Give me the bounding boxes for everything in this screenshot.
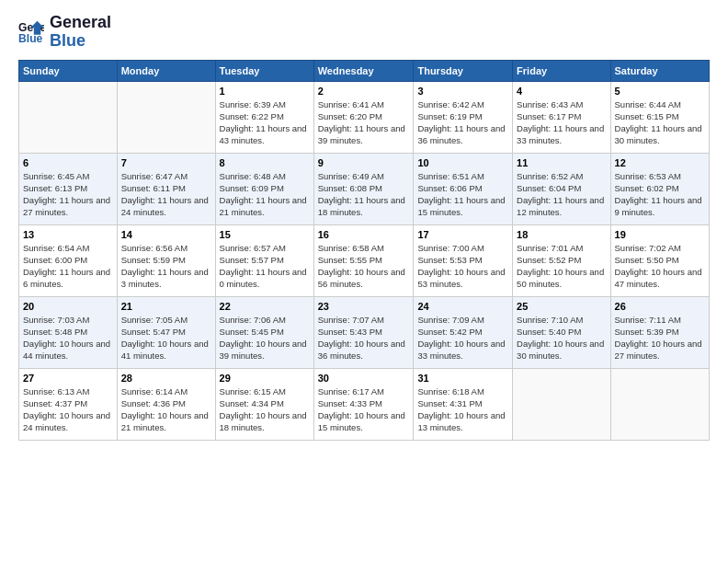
day-info: Sunrise: 6:43 AM Sunset: 6:17 PM Dayligh…	[517, 98, 606, 147]
day-number: 9	[318, 157, 410, 168]
day-info: Sunrise: 6:51 AM Sunset: 6:06 PM Dayligh…	[417, 170, 508, 219]
day-number: 1	[220, 86, 310, 97]
day-number: 15	[220, 229, 310, 240]
day-number: 22	[220, 301, 310, 312]
day-number: 24	[417, 301, 508, 312]
calendar-cell: 1Sunrise: 6:39 AM Sunset: 6:22 PM Daylig…	[215, 81, 313, 153]
logo-text-general: General	[50, 14, 111, 32]
calendar-cell: 21Sunrise: 7:05 AM Sunset: 5:47 PM Dayli…	[117, 296, 215, 368]
calendar-cell: 17Sunrise: 7:00 AM Sunset: 5:53 PM Dayli…	[414, 224, 513, 296]
day-info: Sunrise: 6:44 AM Sunset: 6:15 PM Dayligh…	[615, 98, 705, 147]
header: General Blue General Blue	[18, 14, 710, 51]
day-info: Sunrise: 7:07 AM Sunset: 5:43 PM Dayligh…	[318, 314, 410, 362]
day-number: 21	[121, 301, 211, 312]
day-number: 13	[23, 229, 113, 240]
day-number: 19	[615, 229, 705, 240]
weekday-header: Monday	[117, 60, 215, 81]
calendar-cell: 13Sunrise: 6:54 AM Sunset: 6:00 PM Dayli…	[19, 224, 118, 296]
day-info: Sunrise: 6:14 AM Sunset: 4:36 PM Dayligh…	[121, 385, 211, 434]
calendar-cell: 29Sunrise: 6:15 AM Sunset: 4:34 PM Dayli…	[215, 368, 313, 440]
calendar-cell: 3Sunrise: 6:42 AM Sunset: 6:19 PM Daylig…	[414, 81, 513, 153]
page: General Blue General Blue SundayMondayTu…	[0, 0, 728, 563]
calendar-cell: 31Sunrise: 6:18 AM Sunset: 4:31 PM Dayli…	[414, 368, 513, 440]
day-number: 11	[517, 157, 606, 168]
logo-text-blue: Blue	[50, 32, 111, 51]
day-info: Sunrise: 7:06 AM Sunset: 5:45 PM Dayligh…	[220, 314, 310, 362]
day-number: 31	[417, 373, 508, 384]
calendar-cell: 5Sunrise: 6:44 AM Sunset: 6:15 PM Daylig…	[610, 81, 709, 153]
day-info: Sunrise: 6:39 AM Sunset: 6:22 PM Dayligh…	[220, 98, 310, 147]
logo-icon: General Blue	[18, 19, 44, 45]
day-number: 14	[121, 229, 211, 240]
day-number: 10	[417, 157, 508, 168]
calendar-cell: 10Sunrise: 6:51 AM Sunset: 6:06 PM Dayli…	[414, 153, 513, 224]
day-info: Sunrise: 6:15 AM Sunset: 4:34 PM Dayligh…	[220, 385, 310, 434]
day-info: Sunrise: 7:00 AM Sunset: 5:53 PM Dayligh…	[417, 242, 508, 291]
calendar-cell	[513, 368, 610, 440]
calendar-cell: 25Sunrise: 7:10 AM Sunset: 5:40 PM Dayli…	[513, 296, 610, 368]
calendar-cell: 26Sunrise: 7:11 AM Sunset: 5:39 PM Dayli…	[610, 296, 709, 368]
day-number: 27	[23, 373, 113, 384]
day-info: Sunrise: 6:58 AM Sunset: 5:55 PM Dayligh…	[318, 242, 410, 291]
day-info: Sunrise: 6:13 AM Sunset: 4:37 PM Dayligh…	[23, 385, 113, 434]
calendar-week-row: 27Sunrise: 6:13 AM Sunset: 4:37 PM Dayli…	[19, 368, 710, 440]
weekday-header: Sunday	[19, 60, 118, 81]
day-number: 17	[417, 229, 508, 240]
day-number: 16	[318, 229, 410, 240]
day-number: 26	[615, 301, 705, 312]
calendar-cell: 7Sunrise: 6:47 AM Sunset: 6:11 PM Daylig…	[117, 153, 215, 224]
day-number: 2	[318, 86, 410, 97]
day-info: Sunrise: 7:05 AM Sunset: 5:47 PM Dayligh…	[121, 314, 211, 362]
day-info: Sunrise: 7:10 AM Sunset: 5:40 PM Dayligh…	[517, 314, 606, 362]
calendar-cell	[117, 81, 215, 153]
day-number: 23	[318, 301, 410, 312]
day-info: Sunrise: 6:56 AM Sunset: 5:59 PM Dayligh…	[121, 242, 211, 291]
calendar-cell: 19Sunrise: 7:02 AM Sunset: 5:50 PM Dayli…	[610, 224, 709, 296]
weekday-header: Tuesday	[215, 60, 313, 81]
day-info: Sunrise: 6:18 AM Sunset: 4:31 PM Dayligh…	[417, 385, 508, 434]
calendar-cell: 11Sunrise: 6:52 AM Sunset: 6:04 PM Dayli…	[513, 153, 610, 224]
calendar-cell: 9Sunrise: 6:49 AM Sunset: 6:08 PM Daylig…	[313, 153, 414, 224]
calendar-cell: 4Sunrise: 6:43 AM Sunset: 6:17 PM Daylig…	[513, 81, 610, 153]
calendar-cell: 28Sunrise: 6:14 AM Sunset: 4:36 PM Dayli…	[117, 368, 215, 440]
calendar-header-row: SundayMondayTuesdayWednesdayThursdayFrid…	[19, 60, 710, 81]
day-info: Sunrise: 7:09 AM Sunset: 5:42 PM Dayligh…	[417, 314, 508, 362]
day-number: 8	[220, 157, 310, 168]
calendar-week-row: 1Sunrise: 6:39 AM Sunset: 6:22 PM Daylig…	[19, 81, 710, 153]
day-info: Sunrise: 7:11 AM Sunset: 5:39 PM Dayligh…	[615, 314, 705, 362]
calendar-cell: 30Sunrise: 6:17 AM Sunset: 4:33 PM Dayli…	[313, 368, 414, 440]
day-info: Sunrise: 6:52 AM Sunset: 6:04 PM Dayligh…	[517, 170, 606, 219]
day-info: Sunrise: 7:03 AM Sunset: 5:48 PM Dayligh…	[23, 314, 113, 362]
calendar-cell: 27Sunrise: 6:13 AM Sunset: 4:37 PM Dayli…	[19, 368, 118, 440]
weekday-header: Thursday	[414, 60, 513, 81]
day-info: Sunrise: 6:48 AM Sunset: 6:09 PM Dayligh…	[220, 170, 310, 219]
calendar-cell: 12Sunrise: 6:53 AM Sunset: 6:02 PM Dayli…	[610, 153, 709, 224]
calendar-week-row: 13Sunrise: 6:54 AM Sunset: 6:00 PM Dayli…	[19, 224, 710, 296]
calendar-cell: 16Sunrise: 6:58 AM Sunset: 5:55 PM Dayli…	[313, 224, 414, 296]
day-info: Sunrise: 6:47 AM Sunset: 6:11 PM Dayligh…	[121, 170, 211, 219]
calendar-week-row: 6Sunrise: 6:45 AM Sunset: 6:13 PM Daylig…	[19, 153, 710, 224]
weekday-header: Saturday	[610, 60, 709, 81]
day-info: Sunrise: 6:41 AM Sunset: 6:20 PM Dayligh…	[318, 98, 410, 147]
calendar-cell: 2Sunrise: 6:41 AM Sunset: 6:20 PM Daylig…	[313, 81, 414, 153]
day-info: Sunrise: 6:53 AM Sunset: 6:02 PM Dayligh…	[615, 170, 705, 219]
day-number: 29	[220, 373, 310, 384]
calendar-table: SundayMondayTuesdayWednesdayThursdayFrid…	[18, 60, 710, 441]
calendar-cell: 8Sunrise: 6:48 AM Sunset: 6:09 PM Daylig…	[215, 153, 313, 224]
calendar-week-row: 20Sunrise: 7:03 AM Sunset: 5:48 PM Dayli…	[19, 296, 710, 368]
day-info: Sunrise: 6:45 AM Sunset: 6:13 PM Dayligh…	[23, 170, 113, 219]
day-info: Sunrise: 6:54 AM Sunset: 6:00 PM Dayligh…	[23, 242, 113, 291]
weekday-header: Wednesday	[313, 60, 414, 81]
calendar-cell: 15Sunrise: 6:57 AM Sunset: 5:57 PM Dayli…	[215, 224, 313, 296]
day-number: 18	[517, 229, 606, 240]
calendar-cell: 22Sunrise: 7:06 AM Sunset: 5:45 PM Dayli…	[215, 296, 313, 368]
day-number: 25	[517, 301, 606, 312]
day-info: Sunrise: 6:17 AM Sunset: 4:33 PM Dayligh…	[318, 385, 410, 434]
day-info: Sunrise: 6:49 AM Sunset: 6:08 PM Dayligh…	[318, 170, 410, 219]
day-number: 4	[517, 86, 606, 97]
day-number: 6	[23, 157, 113, 168]
day-info: Sunrise: 7:02 AM Sunset: 5:50 PM Dayligh…	[615, 242, 705, 291]
day-number: 12	[615, 157, 705, 168]
calendar-cell: 18Sunrise: 7:01 AM Sunset: 5:52 PM Dayli…	[513, 224, 610, 296]
day-number: 5	[615, 86, 705, 97]
